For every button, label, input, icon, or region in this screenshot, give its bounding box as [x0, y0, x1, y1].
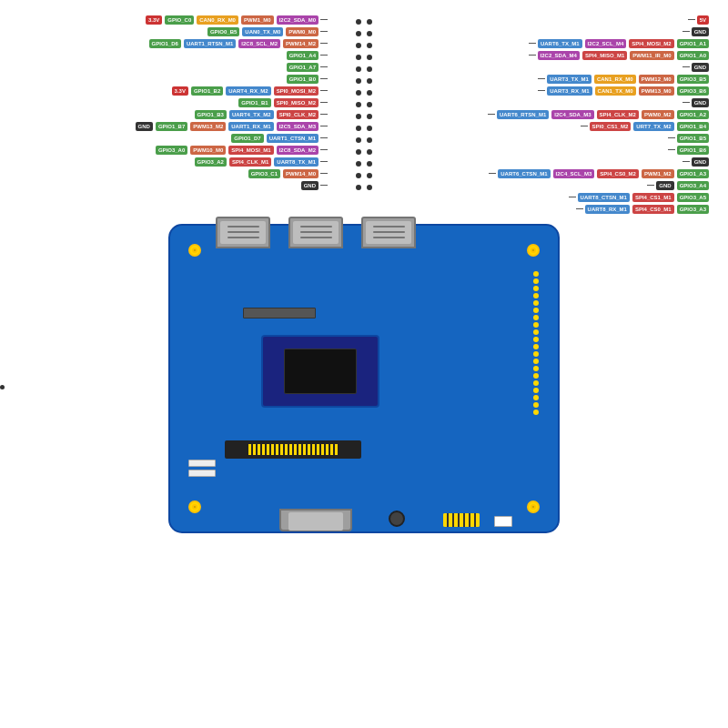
uart-label: UART3_TX_M1: [547, 75, 592, 84]
gpio-pin: [262, 444, 265, 455]
tx-row: TX: [0, 407, 5, 415]
uart-label: UART4_RX_M2: [226, 86, 270, 96]
uart-label: UART8_TX_M1: [274, 157, 318, 167]
fpc-connector: [243, 308, 316, 318]
pin-row: GPIO1_B3 UART4_TX_M2 SPI0_CLK_M2: [18, 108, 328, 120]
gpio-pin: [335, 444, 338, 455]
gpio-label: GPIO1_A7: [287, 63, 318, 72]
spi-label: SPI0_MOSI_M2: [274, 86, 318, 96]
gpio-dot: [533, 402, 539, 408]
gpio-dot: [533, 315, 539, 320]
pin-row: GND: [682, 96, 710, 108]
dot-row: [355, 15, 373, 27]
usb-port-2: [288, 217, 343, 248]
dot-row: [355, 86, 373, 98]
usb-line: [300, 237, 332, 238]
connector-dot: [367, 55, 372, 60]
gpio-dot: [533, 300, 539, 306]
gpio-dot: [533, 337, 539, 342]
pin-row: GPIO1_D6 UART1_RTSN_M1 I2C8_SCL_M2 PWM14…: [18, 37, 328, 49]
gpio-label: GPIO0_B5: [207, 27, 239, 36]
gpio-pin: [289, 444, 292, 455]
pwm-label: PWM13_M2: [190, 122, 226, 131]
spi-label: SPI4_MOSI_M2: [629, 39, 673, 48]
usb-inner: [220, 221, 266, 244]
uart-label: UART8_CTSN_M1: [578, 193, 630, 202]
connector-dot: [367, 66, 372, 72]
gnd-label: GND: [692, 157, 709, 167]
gpio-label: GPIO1_B7: [156, 122, 187, 131]
spi-label: SPI4_CS0_M2: [597, 169, 639, 178]
gpio-pin: [317, 444, 319, 455]
pin-row: GPIO1_B6: [668, 144, 710, 156]
right-pins: 5V GND UART6_TX_M1 I2C2_SCL_M4 SPI4_MOSI…: [400, 14, 710, 215]
pin-row: 5V: [688, 14, 710, 25]
usb-line: [300, 226, 332, 228]
usb-lines: [373, 224, 405, 240]
pin-row: UART8_CTSN_M1 SPI4_CS1_M1 GPIO3_A5: [569, 191, 710, 203]
gpio-dot: [533, 329, 539, 335]
dot-row: [355, 134, 373, 146]
gnd-label: GND: [301, 181, 318, 190]
gpio-label: GPIO1_A1: [677, 39, 709, 48]
dot-row: [355, 63, 373, 75]
usb-ports-top: [216, 217, 416, 248]
gpio-dot: [533, 322, 539, 328]
pin-row: GPIO3_C1 PWM14_M0: [18, 167, 328, 179]
pin-row: 3.3V GPIO_C0 CAN0_RX_M0 PWM1_M0 I2C2_SDA…: [18, 14, 328, 25]
can-label: CAN0_RX_M0: [197, 15, 238, 25]
gnd-row: GND: [0, 383, 5, 391]
hole-inner: [192, 248, 197, 253]
gpio-pin: [303, 444, 306, 455]
usb-line: [228, 231, 259, 233]
dot-row: [355, 122, 373, 134]
gpio-label: GPIO3_A4: [677, 181, 709, 190]
pin-row: GPIO1_A4: [18, 49, 328, 61]
gpio-dot: [533, 293, 539, 298]
mounting-hole-bl: [188, 500, 201, 513]
pin-row: UART6_CTSN_M1 I2C4_SCL_M3 SPI4_CS0_M2 PW…: [489, 167, 710, 179]
i2c-label: I2C8_SDA_M2: [277, 146, 318, 155]
connector-dot: [367, 149, 372, 155]
usb-line: [373, 226, 405, 228]
gpio-pin: [248, 444, 251, 455]
gpio-pin: [271, 444, 274, 455]
gpio-label: GPIO1_B6: [677, 146, 709, 155]
hole-inner: [192, 504, 197, 510]
gpio-dot: [533, 351, 539, 357]
left-pins: 3.3V GPIO_C0 CAN0_RX_M0 PWM1_M0 I2C2_SDA…: [18, 14, 328, 215]
uart-label: UART6_TX_M1: [538, 39, 582, 48]
connector-dot: [356, 55, 361, 60]
i2c-label: I2C5_SDA_M3: [277, 122, 318, 131]
connector-dot: [367, 43, 372, 48]
pwm-label: PWM14_M0: [283, 169, 318, 178]
gpio-label: GPIO1_B5: [677, 134, 709, 143]
usb-inner: [366, 221, 411, 244]
gpio-label: GPIO3_A0: [156, 146, 187, 155]
connector-dot: [356, 31, 361, 36]
gpio-label: GPIO3_B6: [677, 86, 709, 96]
pin-row: GPIO1_A7: [18, 61, 328, 73]
connector-dot: [356, 114, 361, 119]
usb-line: [228, 237, 259, 238]
connector-dot: [367, 185, 372, 190]
spi-label: SPI4_CS1_M1: [632, 193, 674, 202]
pwm-label: PWM11_IR_M0: [630, 51, 673, 60]
pwm-label: PWM0_M2: [642, 110, 674, 119]
pin-row: 3.3V GPIO1_B2 UART4_RX_M2 SPI0_MOSI_M2: [18, 85, 328, 96]
gpio-label: GPIO1_B4: [677, 122, 709, 131]
gpio-pin: [253, 444, 256, 455]
connector-dot: [367, 19, 372, 25]
pwm-label: PWM0_M0: [286, 27, 318, 36]
connector-dot: [356, 102, 361, 107]
connector-dot: [356, 78, 361, 84]
usb-line: [373, 231, 405, 233]
gpio-pin: [326, 444, 329, 455]
mounting-hole-tr: [527, 244, 540, 257]
pin-row: GND: [682, 25, 710, 37]
gpio-label: GPIO3_A5: [677, 193, 709, 202]
dot-row: [355, 98, 373, 110]
connector-dot: [367, 126, 372, 131]
usb-lines: [228, 224, 259, 240]
uart-label: UART1_RX_M1: [228, 122, 273, 131]
